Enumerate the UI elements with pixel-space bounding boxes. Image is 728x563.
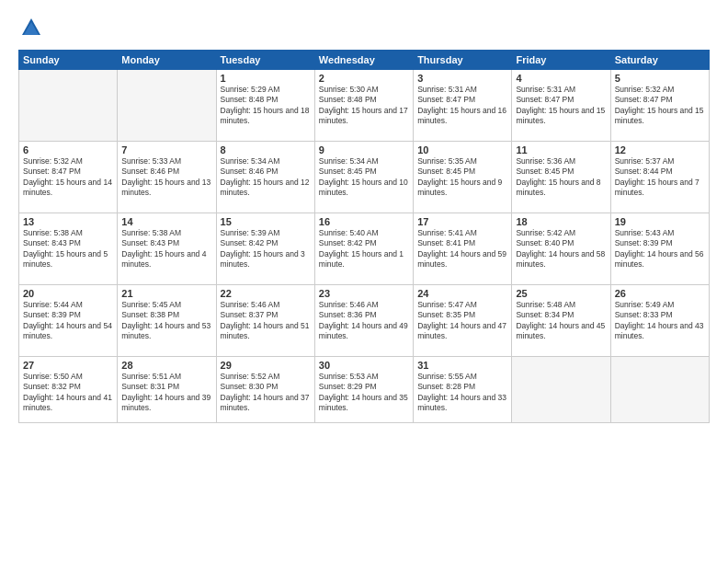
week-row-3: 13Sunrise: 5:38 AMSunset: 8:43 PMDayligh…	[19, 213, 710, 285]
day-header-monday: Monday	[118, 51, 216, 70]
day-info: Sunrise: 5:34 AMSunset: 8:45 PMDaylight:…	[319, 156, 409, 199]
day-info: Sunrise: 5:32 AMSunset: 8:47 PMDaylight:…	[23, 156, 113, 199]
week-row-4: 20Sunrise: 5:44 AMSunset: 8:39 PMDayligh…	[19, 285, 710, 357]
week-row-1: 1Sunrise: 5:29 AMSunset: 8:48 PMDaylight…	[19, 70, 710, 142]
calendar-cell: 5Sunrise: 5:32 AMSunset: 8:47 PMDaylight…	[610, 70, 709, 142]
day-number: 23	[319, 288, 409, 299]
calendar-cell: 4Sunrise: 5:31 AMSunset: 8:47 PMDaylight…	[512, 70, 610, 142]
day-header-sunday: Sunday	[19, 51, 118, 70]
day-info: Sunrise: 5:50 AMSunset: 8:32 PMDaylight:…	[23, 372, 113, 414]
day-number: 14	[121, 216, 211, 227]
calendar-cell: 14Sunrise: 5:38 AMSunset: 8:43 PMDayligh…	[118, 213, 216, 285]
day-number: 11	[516, 144, 606, 155]
calendar-cell: 24Sunrise: 5:47 AMSunset: 8:35 PMDayligh…	[414, 285, 512, 357]
day-number: 9	[319, 144, 409, 155]
calendar-cell	[610, 357, 709, 423]
day-header-friday: Friday	[512, 51, 610, 70]
day-info: Sunrise: 5:40 AMSunset: 8:42 PMDaylight:…	[319, 228, 409, 270]
day-info: Sunrise: 5:42 AMSunset: 8:40 PMDaylight:…	[516, 228, 606, 270]
calendar-cell: 1Sunrise: 5:29 AMSunset: 8:48 PMDaylight…	[216, 70, 314, 142]
calendar-cell: 28Sunrise: 5:51 AMSunset: 8:31 PMDayligh…	[118, 357, 216, 423]
calendar-cell: 23Sunrise: 5:46 AMSunset: 8:36 PMDayligh…	[314, 285, 413, 357]
day-info: Sunrise: 5:35 AMSunset: 8:45 PMDaylight:…	[417, 156, 507, 199]
day-number: 25	[516, 288, 606, 299]
day-info: Sunrise: 5:47 AMSunset: 8:35 PMDaylight:…	[417, 300, 507, 342]
day-number: 21	[121, 288, 211, 299]
day-info: Sunrise: 5:45 AMSunset: 8:38 PMDaylight:…	[121, 300, 211, 342]
calendar-cell: 6Sunrise: 5:32 AMSunset: 8:47 PMDaylight…	[19, 142, 118, 213]
day-info: Sunrise: 5:39 AMSunset: 8:42 PMDaylight:…	[221, 228, 311, 270]
day-info: Sunrise: 5:38 AMSunset: 8:43 PMDaylight:…	[23, 228, 113, 270]
calendar-cell: 26Sunrise: 5:49 AMSunset: 8:33 PMDayligh…	[610, 285, 709, 357]
day-info: Sunrise: 5:29 AMSunset: 8:48 PMDaylight:…	[221, 85, 311, 127]
page: SundayMondayTuesdayWednesdayThursdayFrid…	[0, 0, 728, 563]
day-number: 6	[23, 144, 113, 155]
day-number: 19	[615, 216, 705, 227]
week-row-2: 6Sunrise: 5:32 AMSunset: 8:47 PMDaylight…	[19, 142, 710, 213]
day-number: 12	[615, 144, 705, 155]
day-info: Sunrise: 5:46 AMSunset: 8:37 PMDaylight:…	[221, 300, 311, 342]
day-info: Sunrise: 5:53 AMSunset: 8:29 PMDaylight:…	[319, 372, 409, 414]
calendar-cell: 15Sunrise: 5:39 AMSunset: 8:42 PMDayligh…	[216, 213, 314, 285]
day-info: Sunrise: 5:34 AMSunset: 8:46 PMDaylight:…	[221, 156, 311, 199]
day-info: Sunrise: 5:33 AMSunset: 8:46 PMDaylight:…	[121, 156, 211, 199]
calendar-cell: 30Sunrise: 5:53 AMSunset: 8:29 PMDayligh…	[314, 357, 413, 423]
day-number: 3	[417, 73, 507, 84]
day-info: Sunrise: 5:38 AMSunset: 8:43 PMDaylight:…	[121, 228, 211, 270]
day-number: 26	[615, 288, 705, 299]
day-info: Sunrise: 5:41 AMSunset: 8:41 PMDaylight:…	[417, 228, 507, 270]
calendar-cell: 17Sunrise: 5:41 AMSunset: 8:41 PMDayligh…	[414, 213, 512, 285]
calendar-cell: 2Sunrise: 5:30 AMSunset: 8:48 PMDaylight…	[314, 70, 413, 142]
day-number: 7	[121, 144, 211, 155]
calendar-cell: 22Sunrise: 5:46 AMSunset: 8:37 PMDayligh…	[216, 285, 314, 357]
calendar-cell: 9Sunrise: 5:34 AMSunset: 8:45 PMDaylight…	[314, 142, 413, 213]
day-info: Sunrise: 5:32 AMSunset: 8:47 PMDaylight:…	[615, 85, 705, 127]
day-number: 24	[417, 288, 507, 299]
day-header-saturday: Saturday	[610, 51, 709, 70]
day-info: Sunrise: 5:31 AMSunset: 8:47 PMDaylight:…	[516, 85, 606, 127]
calendar-cell: 13Sunrise: 5:38 AMSunset: 8:43 PMDayligh…	[19, 213, 118, 285]
day-number: 28	[121, 360, 211, 371]
day-info: Sunrise: 5:37 AMSunset: 8:44 PMDaylight:…	[615, 156, 705, 199]
day-info: Sunrise: 5:52 AMSunset: 8:30 PMDaylight:…	[221, 372, 311, 414]
day-number: 10	[417, 144, 507, 155]
day-number: 22	[221, 288, 311, 299]
day-number: 27	[23, 360, 113, 371]
calendar-cell: 16Sunrise: 5:40 AMSunset: 8:42 PMDayligh…	[314, 213, 413, 285]
week-row-5: 27Sunrise: 5:50 AMSunset: 8:32 PMDayligh…	[19, 357, 710, 423]
day-number: 15	[221, 216, 311, 227]
calendar-cell: 11Sunrise: 5:36 AMSunset: 8:45 PMDayligh…	[512, 142, 610, 213]
day-number: 8	[221, 144, 311, 155]
calendar-cell: 7Sunrise: 5:33 AMSunset: 8:46 PMDaylight…	[118, 142, 216, 213]
day-number: 20	[23, 288, 113, 299]
day-info: Sunrise: 5:44 AMSunset: 8:39 PMDaylight:…	[23, 300, 113, 342]
calendar-cell: 8Sunrise: 5:34 AMSunset: 8:46 PMDaylight…	[216, 142, 314, 213]
calendar-cell	[19, 70, 118, 142]
day-number: 30	[319, 360, 409, 371]
calendar-cell: 31Sunrise: 5:55 AMSunset: 8:28 PMDayligh…	[414, 357, 512, 423]
calendar-header-row: SundayMondayTuesdayWednesdayThursdayFrid…	[19, 51, 710, 70]
calendar-cell: 20Sunrise: 5:44 AMSunset: 8:39 PMDayligh…	[19, 285, 118, 357]
logo	[18, 15, 48, 40]
day-number: 5	[615, 73, 705, 84]
day-number: 31	[417, 360, 507, 371]
calendar-cell: 12Sunrise: 5:37 AMSunset: 8:44 PMDayligh…	[610, 142, 709, 213]
day-number: 29	[221, 360, 311, 371]
calendar-cell: 25Sunrise: 5:48 AMSunset: 8:34 PMDayligh…	[512, 285, 610, 357]
header	[18, 15, 710, 40]
calendar-cell: 29Sunrise: 5:52 AMSunset: 8:30 PMDayligh…	[216, 357, 314, 423]
calendar-cell: 27Sunrise: 5:50 AMSunset: 8:32 PMDayligh…	[19, 357, 118, 423]
logo-icon	[18, 15, 44, 40]
day-header-wednesday: Wednesday	[314, 51, 413, 70]
day-number: 17	[417, 216, 507, 227]
day-info: Sunrise: 5:31 AMSunset: 8:47 PMDaylight:…	[417, 85, 507, 127]
day-number: 1	[221, 73, 311, 84]
day-info: Sunrise: 5:49 AMSunset: 8:33 PMDaylight:…	[615, 300, 705, 342]
day-header-thursday: Thursday	[414, 51, 512, 70]
calendar-cell: 19Sunrise: 5:43 AMSunset: 8:39 PMDayligh…	[610, 213, 709, 285]
day-info: Sunrise: 5:55 AMSunset: 8:28 PMDaylight:…	[417, 372, 507, 414]
day-info: Sunrise: 5:46 AMSunset: 8:36 PMDaylight:…	[319, 300, 409, 342]
day-number: 4	[516, 73, 606, 84]
day-number: 16	[319, 216, 409, 227]
calendar-table: SundayMondayTuesdayWednesdayThursdayFrid…	[18, 50, 710, 423]
